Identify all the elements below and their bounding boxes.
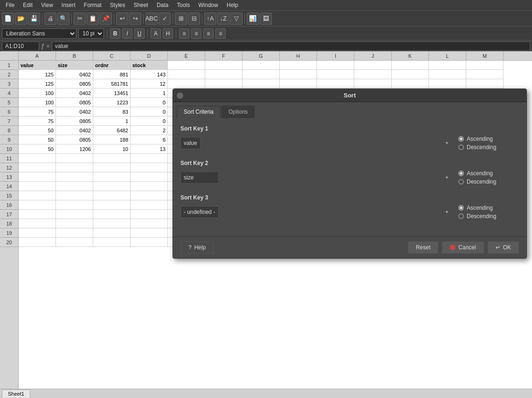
cell-B11[interactable] [56, 154, 93, 163]
menu-format[interactable]: Format [80, 1, 105, 9]
open-button[interactable]: 📂 [15, 13, 27, 25]
spellcheck-button[interactable]: ABC [145, 13, 158, 25]
font-name-select[interactable]: Liberation Sans [2, 28, 76, 39]
cell-B16[interactable] [56, 200, 93, 210]
cell-A2[interactable]: 125 [19, 70, 56, 79]
sort-key-2-ascending-radio[interactable] [458, 171, 464, 176]
formula-input[interactable] [52, 41, 530, 51]
cell-C12[interactable] [93, 163, 131, 172]
cell-K1[interactable] [392, 61, 429, 70]
cell-A18[interactable] [19, 219, 56, 228]
cell-D7[interactable]: 0 [131, 117, 168, 126]
menu-tools[interactable]: Tools [173, 1, 193, 9]
cell-A7[interactable]: 75 [19, 117, 56, 126]
cell-D6[interactable]: 0 [131, 107, 168, 117]
cell-L2[interactable] [429, 70, 466, 79]
menu-view[interactable]: View [37, 1, 57, 9]
cell-A10[interactable]: 50 [19, 144, 56, 154]
copy-button[interactable]: 📋 [87, 13, 99, 25]
cell-A11[interactable] [19, 154, 56, 163]
cell-D17[interactable] [131, 210, 168, 219]
cell-C7[interactable]: 1 [93, 117, 131, 126]
cell-B2[interactable]: 0402 [56, 70, 93, 79]
underline-button[interactable]: U [134, 28, 145, 39]
cell-B3[interactable]: 0805 [56, 79, 93, 89]
sort-key-1-descending-radio[interactable] [458, 144, 464, 150]
cell-A9[interactable]: 50 [19, 135, 56, 144]
sort-asc-button[interactable]: ↑A [204, 13, 216, 25]
cell-J1[interactable] [354, 61, 392, 70]
cell-A15[interactable] [19, 191, 56, 200]
cell-G3[interactable] [242, 79, 280, 89]
font-size-select[interactable]: 10 pt [78, 28, 104, 39]
cell-G2[interactable] [242, 70, 280, 79]
cell-H3[interactable] [280, 79, 317, 89]
sort-key-3-descending[interactable]: Descending [458, 213, 519, 220]
menu-data[interactable]: Data [153, 1, 172, 9]
cell-B8[interactable]: 0402 [56, 126, 93, 135]
cell-A1[interactable]: value [19, 61, 56, 70]
cell-D14[interactable] [131, 182, 168, 191]
sort-key-1-descending[interactable]: Descending [458, 144, 519, 151]
filter-button[interactable]: ▽ [230, 13, 242, 25]
cut-button[interactable]: ✂ [74, 13, 86, 25]
cell-C4[interactable]: 13451 [93, 89, 131, 98]
autocorrect-button[interactable]: ✓ [159, 13, 171, 25]
cell-I1[interactable] [317, 61, 354, 70]
cell-H1[interactable] [280, 61, 317, 70]
bold-button[interactable]: B [110, 28, 120, 39]
cell-D4[interactable]: 1 [131, 89, 168, 98]
sort-key-1-select[interactable]: value size ordnr stock [180, 137, 200, 149]
cell-A17[interactable] [19, 210, 56, 219]
cell-A5[interactable]: 100 [19, 98, 56, 107]
paste-button[interactable]: 📌 [100, 13, 112, 25]
cell-D9[interactable]: 6 [131, 135, 168, 144]
menu-help[interactable]: Help [223, 1, 242, 9]
tab-options[interactable]: Options [221, 106, 255, 118]
menu-edit[interactable]: Edit [19, 1, 36, 9]
cell-F1[interactable] [205, 61, 242, 70]
chart-button[interactable]: 📊 [247, 13, 259, 25]
cell-A20[interactable] [19, 238, 56, 247]
cell-B20[interactable] [56, 238, 93, 247]
sort-key-2-ascending[interactable]: Ascending [458, 170, 519, 177]
cell-A16[interactable] [19, 200, 56, 210]
cell-C9[interactable]: 188 [93, 135, 131, 144]
print-button[interactable]: 🖨 [44, 13, 56, 25]
cell-C17[interactable] [93, 210, 131, 219]
cell-C11[interactable] [93, 154, 131, 163]
sort-key-1-ascending[interactable]: Ascending [458, 136, 519, 142]
cell-D20[interactable] [131, 238, 168, 247]
cell-J3[interactable] [354, 79, 392, 89]
cell-C6[interactable]: 83 [93, 107, 131, 117]
cell-B10[interactable]: 1206 [56, 144, 93, 154]
cancel-button[interactable]: Cancel [442, 241, 484, 254]
cell-I3[interactable] [317, 79, 354, 89]
cell-C20[interactable] [93, 238, 131, 247]
insert-cols-button[interactable]: ⊟ [188, 13, 200, 25]
cell-D13[interactable] [131, 172, 168, 182]
cell-C16[interactable] [93, 200, 131, 210]
sort-desc-button[interactable]: ↓Z [217, 13, 229, 25]
cell-A19[interactable] [19, 228, 56, 238]
cell-M2[interactable] [466, 70, 504, 79]
cell-E1[interactable] [168, 61, 205, 70]
cell-B7[interactable]: 0805 [56, 117, 93, 126]
cell-A12[interactable] [19, 163, 56, 172]
preview-button[interactable]: 🔍 [57, 13, 69, 25]
menu-styles[interactable]: Styles [106, 1, 129, 9]
cell-A13[interactable] [19, 172, 56, 182]
cell-A8[interactable]: 50 [19, 126, 56, 135]
cell-B18[interactable] [56, 219, 93, 228]
save-button[interactable]: 💾 [28, 13, 40, 25]
sort-key-3-select[interactable]: - undefined - value size ordnr stock [180, 206, 219, 218]
cell-F3[interactable] [205, 79, 242, 89]
tab-sort-criteria[interactable]: Sort Criteria [177, 106, 221, 118]
cell-B13[interactable] [56, 172, 93, 182]
cell-B6[interactable]: 0402 [56, 107, 93, 117]
cell-D5[interactable]: 0 [131, 98, 168, 107]
ok-button[interactable]: ↵ OK [488, 241, 519, 254]
sort-key-2-descending[interactable]: Descending [458, 178, 519, 185]
cell-K2[interactable] [392, 70, 429, 79]
sheet-tab-1[interactable]: Sheet1 [2, 390, 30, 398]
